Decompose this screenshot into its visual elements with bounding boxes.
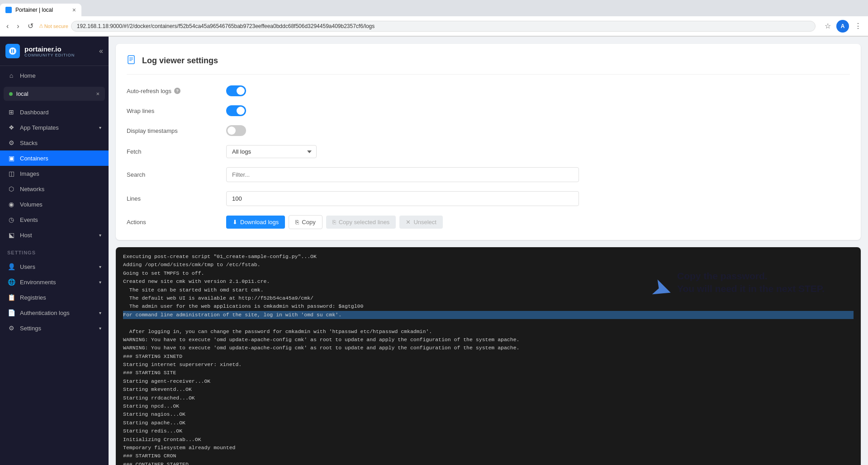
auto-refresh-toggle[interactable] [226,85,246,96]
env-close-button[interactable]: × [96,90,100,97]
display-timestamps-toggle-container [226,125,850,136]
sidebar-item-registries[interactable]: 📋 Registries [0,290,109,305]
unselect-icon: ✕ [406,219,411,225]
log-line[interactable]: Starting nagios...OK [123,411,185,417]
settings-grid: Auto-refresh logs ? Wrap lines [127,85,850,229]
copy-button[interactable]: ⎘ Copy [289,215,322,229]
sidebar-item-events[interactable]: ◷ Events [0,212,109,227]
search-input[interactable] [226,167,579,182]
logo-text: portainer.io COMMUNITY EDITION [24,45,75,57]
app-layout: portainer.io COMMUNITY EDITION « ⌂ Home … [0,37,868,465]
sidebar-nav: ⌂ Home local × ⊞ Dashboard ❖ App Templat… [0,66,109,244]
log-content[interactable]: Executing post-create script "01_create-… [116,247,861,465]
auto-refresh-toggle-container [226,85,850,96]
auto-refresh-slider [226,85,246,96]
sidebar-item-settings[interactable]: ⚙ Settings ▾ [0,320,109,336]
log-line[interactable]: Starting npcd...OK [123,403,179,409]
sidebar-item-dashboard[interactable]: ⊞ Dashboard [0,104,109,120]
log-line[interactable]: Adding /opt/omd/sites/cmk/tmp to /etc/fs… [123,262,261,268]
download-icon: ⬇ [232,219,237,225]
sidebar-item-volumes-label: Volumes [20,201,43,208]
display-timestamps-toggle[interactable] [226,125,246,136]
copy-icon: ⎘ [295,219,299,225]
log-line[interactable]: ### STARTING CRON [123,453,176,459]
sidebar-item-auth-logs[interactable]: 📄 Authentication logs ▾ [0,305,109,320]
log-line[interactable]: The site can be started with omd start c… [123,287,264,293]
log-line[interactable]: Starting agent-receiver...OK [123,378,210,384]
sidebar-item-host[interactable]: ⬕ Host ▾ [0,227,109,243]
logo-icon [5,44,20,58]
browser-controls: ‹ › ↺ ⚠ Not secure ☆ A ⋮ [0,16,868,36]
log-line[interactable]: Executing post-create script "01_create-… [123,254,317,259]
copy-selected-button[interactable]: ⎘ Copy selected lines [326,216,396,229]
log-line[interactable]: ### STARTING SITE [123,370,176,376]
unselect-button[interactable]: ✕ Unselect [399,216,443,229]
log-line[interactable]: WARNING: You have to execute 'omd update… [123,345,519,351]
back-button[interactable]: ‹ [4,20,11,32]
log-viewer: ➤ Copy the password. You will need it in… [116,247,861,465]
log-line[interactable]: Starting mkeventd...OK [123,386,192,392]
reload-button[interactable]: ↺ [25,20,36,32]
sidebar-item-environments-label: Environments [20,279,56,286]
copy-selected-icon: ⎘ [332,219,336,225]
log-line[interactable]: After logging in, you can change the pas… [123,329,432,334]
sidebar-item-containers[interactable]: ▣ Containers [0,150,109,166]
log-line[interactable]: Starting redis...OK [123,428,182,434]
sidebar-item-containers-label: Containers [20,155,48,162]
wrap-lines-toggle[interactable] [226,105,246,116]
sidebar-item-volumes[interactable]: ◉ Volumes [0,197,109,212]
tab-bar: Portainer | local × [0,0,868,16]
forward-button[interactable]: › [14,20,22,32]
sidebar-item-home[interactable]: ⌂ Home [0,68,109,83]
wrap-lines-toggle-container [226,105,850,116]
fetch-select[interactable]: All logs Last 100 lines Last 500 lines L… [226,145,317,158]
sidebar-collapse-button[interactable]: « [99,47,103,55]
users-icon: 👤 [7,263,15,270]
log-line[interactable]: The default web UI is available at http:… [123,295,313,301]
svg-point-0 [9,47,16,55]
menu-button[interactable]: ⋮ [852,20,864,32]
volumes-icon: ◉ [7,201,15,208]
log-line[interactable]: WARNING: You have to execute 'omd update… [123,337,519,343]
log-line[interactable]: Starting internet superserver: xinetd. [123,362,242,367]
tab-close-button[interactable]: × [72,6,76,14]
sidebar-item-images[interactable]: ◫ Images [0,166,109,181]
auth-logs-icon: 📄 [7,309,15,316]
lines-input[interactable] [226,191,579,206]
sidebar-item-users-label: Users [20,263,35,270]
log-line[interactable]: Going to set TMPFS to off. [123,270,204,276]
app-templates-icon: ❖ [7,124,15,131]
chevron-down-icon: ▾ [99,233,101,238]
sidebar-item-app-templates[interactable]: ❖ App Templates ▾ [0,120,109,135]
sidebar-item-networks[interactable]: ⬡ Networks [0,181,109,197]
sidebar-item-environments[interactable]: 🌐 Environments ▾ [0,274,109,290]
sidebar-env-selector[interactable]: local × [4,87,105,101]
browser-tab[interactable]: Portainer | local × [0,4,81,16]
networks-icon: ⬡ [7,185,15,193]
download-logs-button[interactable]: ⬇ Download logs [226,216,285,229]
log-line[interactable]: Initializing Crontab...OK [123,437,201,442]
chevron-down-icon: ▾ [99,310,101,315]
log-line[interactable]: Starting rrdcached...OK [123,395,195,401]
auto-refresh-label: Auto-refresh logs ? [127,88,226,94]
info-icon[interactable]: ? [174,88,180,94]
user-avatar[interactable]: A [836,20,849,33]
log-line[interactable]: ### STARTING XINETD [123,353,182,359]
sidebar-item-home-label: Home [20,72,36,79]
browser-actions: ☆ [822,20,834,32]
log-line[interactable]: ### CONTAINER STARTED [123,461,189,465]
sidebar-item-users[interactable]: 👤 Users ▾ [0,259,109,274]
log-line[interactable]: Created new site cmk with version 2.1.0p… [123,278,270,284]
security-badge: ⚠ Not secure [39,23,68,29]
sidebar-item-stacks[interactable]: ⚙ Stacks [0,135,109,150]
sidebar-item-events-label: Events [20,216,38,223]
log-line[interactable]: Starting apache...OK [123,420,185,426]
log-line-highlighted[interactable]: For command line administration of the s… [123,311,854,319]
url-bar[interactable] [71,21,816,32]
fetch-select-container: All logs Last 100 lines Last 500 lines L… [226,145,850,158]
log-line[interactable]: Temporary filesystem already mounted [123,445,235,451]
log-line[interactable]: The admin user for the web applications … [123,303,363,309]
log-viewer-settings-card: Log viewer settings Auto-refresh logs ? … [116,44,861,240]
bookmark-button[interactable]: ☆ [822,20,834,32]
actions-container: ⬇ Download logs ⎘ Copy ⎘ Copy selected l… [226,215,850,229]
